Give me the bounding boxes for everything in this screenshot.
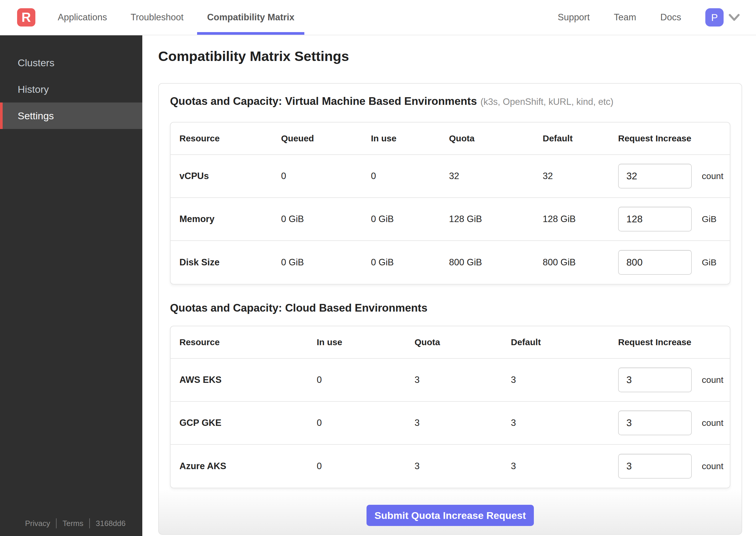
tab-applications[interactable]: Applications	[46, 0, 119, 35]
memory-request-input[interactable]	[618, 207, 692, 231]
in-use-value: 0	[317, 375, 415, 385]
settings-card: Quotas and Capacity: Virtual Machine Bas…	[158, 83, 742, 535]
unit-label: count	[702, 171, 723, 181]
in-use-value: 0 GiB	[371, 214, 449, 224]
vm-section-title-text: Quotas and Capacity: Virtual Machine Bas…	[170, 95, 477, 107]
resource-label: Azure AKS	[179, 461, 317, 472]
sidebar-nav: Clusters History Settings	[0, 35, 142, 129]
default-value: 128 GiB	[543, 214, 618, 224]
quota-value: 128 GiB	[449, 214, 543, 224]
gcp-gke-request-input[interactable]	[618, 411, 692, 435]
vm-quota-table: Resource Queued In use Quota Default Req…	[170, 122, 730, 285]
footer-divider	[89, 518, 90, 528]
cloud-section-title-text: Quotas and Capacity: Cloud Based Environ…	[170, 302, 428, 314]
build-version: 3168dd6	[96, 519, 125, 528]
in-use-value: 0 GiB	[371, 257, 449, 268]
unit-label: count	[702, 461, 723, 471]
default-value: 32	[543, 171, 618, 182]
quota-value: 32	[449, 171, 543, 182]
privacy-link[interactable]: Privacy	[25, 519, 50, 528]
resource-label: vCPUs	[179, 171, 281, 182]
column-header-quota: Quota	[449, 133, 543, 144]
team-link[interactable]: Team	[614, 12, 636, 23]
vm-section-subtitle: (k3s, OpenShift, kURL, kind, etc)	[481, 97, 613, 107]
column-header-default: Default	[511, 337, 618, 347]
column-header-resource: Resource	[179, 337, 317, 347]
in-use-value: 0	[371, 171, 449, 182]
quota-value: 3	[415, 375, 511, 385]
top-navigation-bar: R Applications Troubleshoot Compatibilit…	[0, 0, 756, 35]
disk-size-request-input[interactable]	[618, 250, 692, 275]
support-link[interactable]: Support	[558, 12, 590, 23]
unit-label: count	[702, 375, 723, 385]
default-value: 800 GiB	[543, 257, 618, 268]
main-content: Compatibility Matrix Settings Quotas and…	[142, 0, 756, 535]
quota-value: 3	[415, 418, 511, 428]
sidebar: Clusters History Settings Privacy Terms …	[0, 35, 142, 536]
terms-link[interactable]: Terms	[62, 519, 84, 528]
vcpus-request-input[interactable]	[618, 164, 692, 188]
submit-quota-increase-button[interactable]: Submit Quota Increase Request	[366, 505, 534, 526]
queued-value: 0 GiB	[281, 214, 371, 224]
cloud-section-title: Quotas and Capacity: Cloud Based Environ…	[170, 301, 730, 315]
sidebar-item-clusters[interactable]: Clusters	[0, 50, 142, 76]
resource-label: GCP GKE	[179, 418, 317, 428]
replicated-logo[interactable]: R	[17, 8, 35, 26]
quota-value: 800 GiB	[449, 257, 543, 268]
tab-troubleshoot[interactable]: Troubleshoot	[119, 0, 195, 35]
column-header-in-use: In use	[317, 337, 415, 347]
sidebar-item-settings[interactable]: Settings	[0, 103, 142, 129]
column-header-quota: Quota	[415, 337, 511, 347]
table-row-gcp-gke: GCP GKE 0 3 3 count	[171, 402, 730, 445]
default-value: 3	[511, 418, 618, 428]
unit-label: GiB	[702, 257, 716, 267]
default-value: 3	[511, 375, 618, 385]
quota-value: 3	[415, 461, 511, 472]
column-header-resource: Resource	[179, 133, 281, 144]
column-header-default: Default	[543, 133, 618, 144]
tab-compatibility-matrix[interactable]: Compatibility Matrix	[195, 0, 306, 35]
docs-link[interactable]: Docs	[660, 12, 681, 23]
primary-nav: Applications Troubleshoot Compatibility …	[46, 0, 306, 35]
table-row-vcpus: vCPUs 0 0 32 32 count	[171, 155, 730, 198]
logo-letter: R	[21, 10, 31, 25]
queued-value: 0 GiB	[281, 257, 371, 268]
topbar-right: Support Team Docs P	[533, 8, 740, 26]
queued-value: 0	[281, 171, 371, 182]
vm-table-header-row: Resource Queued In use Quota Default Req…	[171, 122, 730, 155]
cloud-quota-table: Resource In use Quota Default Request In…	[170, 326, 730, 488]
sidebar-item-history[interactable]: History	[0, 76, 142, 103]
unit-label: count	[702, 418, 723, 428]
chevron-down-icon[interactable]	[728, 13, 740, 21]
avatar-letter: P	[711, 12, 718, 23]
table-row-disk-size: Disk Size 0 GiB 0 GiB 800 GiB 800 GiB Gi…	[171, 241, 730, 284]
sidebar-footer: Privacy Terms 3168dd6	[25, 518, 125, 528]
vm-section-title: Quotas and Capacity: Virtual Machine Bas…	[170, 94, 730, 109]
table-row-aws-eks: AWS EKS 0 3 3 count	[171, 359, 730, 402]
footer-divider	[56, 518, 56, 528]
column-header-request-increase: Request Increase	[618, 337, 730, 347]
resource-label: AWS EKS	[179, 375, 317, 385]
table-row-azure-aks: Azure AKS 0 3 3 count	[171, 445, 730, 488]
column-header-in-use: In use	[371, 133, 449, 144]
resource-label: Memory	[179, 214, 281, 224]
in-use-value: 0	[317, 418, 415, 428]
table-row-memory: Memory 0 GiB 0 GiB 128 GiB 128 GiB GiB	[171, 198, 730, 241]
in-use-value: 0	[317, 461, 415, 472]
column-header-queued: Queued	[281, 133, 371, 144]
page-title: Compatibility Matrix Settings	[158, 47, 742, 65]
azure-aks-request-input[interactable]	[618, 454, 692, 479]
unit-label: GiB	[702, 214, 716, 224]
default-value: 3	[511, 461, 618, 472]
resource-label: Disk Size	[179, 257, 281, 268]
column-header-request-increase: Request Increase	[618, 133, 730, 144]
avatar[interactable]: P	[705, 8, 724, 26]
aws-eks-request-input[interactable]	[618, 368, 692, 392]
cloud-table-header-row: Resource In use Quota Default Request In…	[171, 326, 730, 359]
